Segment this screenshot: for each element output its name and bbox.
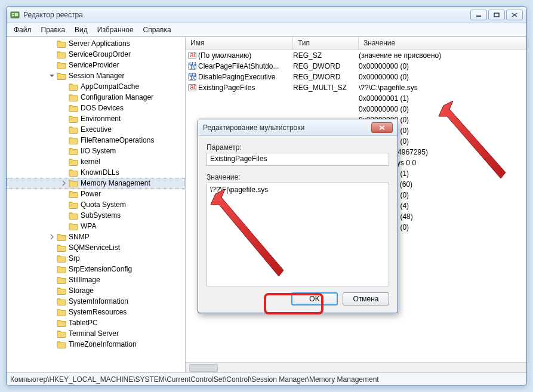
titlebar: Редактор реестра [7, 7, 526, 23]
svg-rect-2 [12, 15, 14, 16]
tree-label: TimeZoneInformation [69, 340, 137, 348]
tree-label: Session Manager [69, 72, 124, 80]
tree-item[interactable]: Power [7, 189, 185, 199]
tree-label: kernel [81, 158, 100, 166]
col-name[interactable]: Имя [186, 37, 293, 50]
tree-item[interactable]: ServiceProvider [7, 60, 185, 70]
tree-item[interactable]: Srp [7, 253, 185, 264]
window-title: Редактор реестра [23, 11, 470, 19]
value-row[interactable]: 0x00000001 (1) [186, 93, 526, 104]
value-label: Значение: [207, 173, 389, 181]
tree-item[interactable]: TabletPC [7, 317, 185, 328]
tree-label: Terminal Server [69, 329, 119, 338]
statusbar: Компьютер\HKEY_LOCAL_MACHINE\SYSTEM\Curr… [7, 372, 526, 385]
tree-item[interactable]: kernel [7, 156, 185, 167]
close-button[interactable] [506, 10, 523, 20]
tree-label: Memory Management [81, 179, 150, 187]
dialog-titlebar: Редактирование мультистроки [198, 119, 398, 136]
tree-item[interactable]: Terminal Server [7, 328, 185, 339]
menu-Вид[interactable]: Вид [70, 24, 93, 35]
tree-label: I/O System [81, 147, 116, 155]
expander-icon[interactable] [48, 233, 56, 240]
tree-label: KnownDLLs [81, 168, 119, 177]
tree-label: TabletPC [69, 319, 98, 327]
tree-label: Quota System [81, 200, 126, 209]
tree-item[interactable]: I/O System [7, 146, 185, 156]
svg-text:ab: ab [190, 84, 196, 91]
value-textarea[interactable] [207, 183, 389, 286]
tree-label: FileRenameOperations [81, 136, 154, 144]
ok-button[interactable]: OK [291, 292, 338, 305]
menubar: ФайлПравкаВидИзбранноеСправка [7, 23, 526, 36]
menu-Справка[interactable]: Справка [138, 24, 176, 35]
cancel-button[interactable]: Отмена [343, 292, 389, 305]
tree-item[interactable]: Configuration Manager [7, 92, 185, 103]
svg-text:ab: ab [190, 51, 196, 59]
tree-item[interactable]: Storage [7, 285, 185, 296]
maximize-button[interactable] [488, 10, 505, 20]
menu-Правка[interactable]: Правка [36, 24, 70, 35]
tree-item[interactable]: SNMP [7, 232, 185, 242]
status-path: Компьютер\HKEY_LOCAL_MACHINE\SYSTEM\Curr… [10, 375, 379, 384]
tree-label: WPA [81, 222, 96, 230]
value-row[interactable]: 011100DisablePagingExecutiveREG_DWORD0x0… [186, 72, 526, 82]
tree-label: Storage [69, 286, 94, 295]
tree-item[interactable]: Environment [7, 113, 185, 124]
param-field: ExistingPageFiles [207, 153, 389, 166]
value-row[interactable]: 0x00000000 (0) [186, 104, 526, 115]
tree-panel[interactable]: Server ApplicationsServiceGroupOrderServ… [7, 37, 186, 372]
tree-item[interactable]: TimeZoneInformation [7, 339, 185, 350]
expander-icon[interactable] [48, 72, 56, 79]
tree-item[interactable]: SubSystems [7, 210, 185, 221]
tree-item[interactable]: SystemInformation [7, 296, 185, 307]
tree-item[interactable]: Quota System [7, 199, 185, 210]
tree-item[interactable]: ServiceGroupOrder [7, 49, 185, 60]
tree-item[interactable]: KnownDLLs [7, 167, 185, 178]
horizontal-scrollbar[interactable] [186, 362, 526, 372]
tree-label: SystemResources [69, 308, 127, 316]
menu-Избранное[interactable]: Избранное [93, 24, 138, 35]
tree-label: SystemInformation [69, 297, 128, 305]
svg-text:100: 100 [189, 63, 196, 70]
tree-label: Configuration Manager [81, 93, 153, 101]
dialog-close-button[interactable] [371, 122, 393, 133]
tree-item[interactable]: Server Applications [7, 38, 185, 49]
tree-label: SubSystems [81, 211, 121, 220]
col-data[interactable]: Значение [359, 37, 526, 50]
dialog-title: Редактирование мультистроки [203, 124, 371, 132]
tree-label: Executive [81, 125, 112, 134]
tree-label: SrpExtensionConfig [69, 265, 132, 273]
regedit-window: Редактор реестра ФайлПравкаВидИзбранноеС… [6, 6, 527, 386]
expander-icon[interactable] [60, 180, 67, 187]
tree-item[interactable]: DOS Devices [7, 103, 185, 113]
svg-line-6 [512, 13, 517, 17]
tree-label: SQMServiceList [69, 243, 120, 252]
app-icon [10, 10, 20, 20]
multistring-dialog: Редактирование мультистроки Параметр: Ex… [198, 119, 398, 313]
tree-item[interactable]: SQMServiceList [7, 242, 185, 253]
tree-item[interactable]: Memory Management [7, 178, 185, 189]
tree-item[interactable]: SrpExtensionConfig [7, 264, 185, 274]
tree-item[interactable]: StillImage [7, 274, 185, 285]
svg-text:100: 100 [189, 73, 196, 81]
tree-item[interactable]: SystemResources [7, 307, 185, 317]
minimize-button[interactable] [470, 10, 487, 20]
tree-item[interactable]: FileRenameOperations [7, 135, 185, 146]
tree-label: Environment [81, 115, 121, 123]
menu-Файл[interactable]: Файл [9, 24, 36, 35]
tree-label: Server Applications [69, 39, 130, 48]
tree-label: StillImage [69, 276, 100, 284]
tree-item[interactable]: WPA [7, 221, 185, 232]
tree-item[interactable]: AppCompatCache [7, 81, 185, 92]
param-label: Параметр: [207, 143, 389, 152]
value-row[interactable]: abExistingPageFilesREG_MULTI_SZ\??\C:\pa… [186, 82, 526, 93]
tree-label: SNMP [69, 233, 90, 241]
list-header: Имя Тип Значение [186, 37, 526, 50]
svg-line-7 [512, 13, 517, 17]
value-row[interactable]: ab(По умолчанию)REG_SZ(значение не присв… [186, 50, 526, 61]
col-type[interactable]: Тип [293, 37, 359, 50]
tree-label: AppCompatCache [81, 82, 139, 91]
value-row[interactable]: 011100ClearPageFileAtShutdo...REG_DWORD0… [186, 61, 526, 72]
tree-item[interactable]: Executive [7, 124, 185, 135]
tree-item[interactable]: Session Manager [7, 70, 185, 81]
